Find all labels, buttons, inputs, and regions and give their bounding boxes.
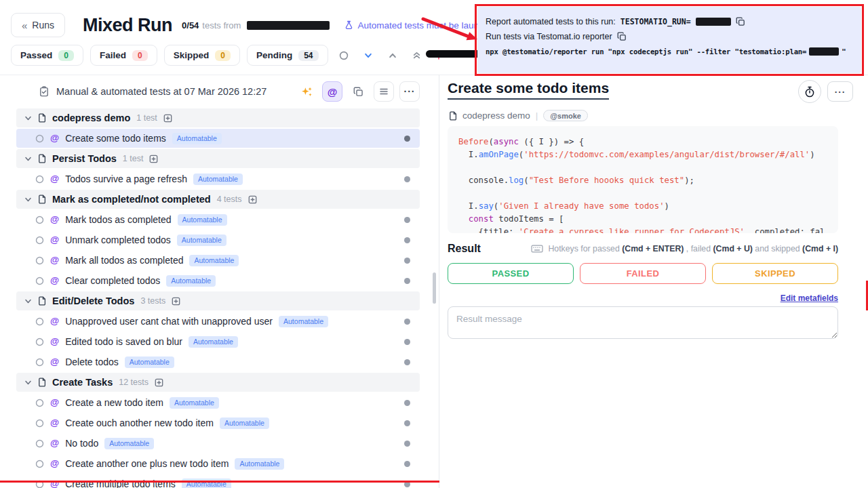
- circle-status-icon[interactable]: [335, 47, 353, 64]
- test-row[interactable]: @No todoAutomatable: [16, 434, 420, 453]
- code-line: I.amOnPage('https://todomvc.com/examples…: [458, 148, 827, 161]
- test-row[interactable]: @Create some todo itemsAutomatable: [16, 129, 420, 148]
- suite-row[interactable]: Create Tasks12 tests: [16, 373, 420, 392]
- test-title: Mark all todos as completed: [65, 255, 183, 266]
- metafields-row: Edit metafields: [448, 291, 838, 304]
- suite-test-count: 4 tests: [217, 195, 242, 204]
- automatable-badge: Automatable: [279, 316, 328, 327]
- status-circle-icon: [35, 256, 44, 265]
- result-message-input[interactable]: [448, 306, 838, 339]
- automated-test-icon: @: [50, 398, 59, 407]
- separator: |: [536, 110, 538, 121]
- copy-icon[interactable]: [617, 32, 627, 41]
- document-icon: [449, 111, 457, 121]
- automatable-badge: Automatable: [189, 336, 238, 348]
- status-dot-icon: [404, 176, 410, 182]
- test-tree: codepress demo1 test@Create some todo it…: [0, 108, 439, 488]
- test-row[interactable]: @Create another one plus new todo itemAu…: [16, 454, 420, 473]
- filter-chip-passed[interactable]: Passed0: [11, 45, 83, 66]
- double-chevron-up-icon[interactable]: [408, 47, 426, 64]
- copy-tests-icon[interactable]: [348, 81, 368, 102]
- status-dot-icon: [404, 136, 410, 142]
- result-skipped-button[interactable]: SKIPPED: [712, 263, 838, 284]
- status-dot-icon: [404, 278, 410, 284]
- result-heading: Result: [448, 243, 481, 255]
- result-passed-button[interactable]: PASSED: [448, 263, 574, 284]
- chevron-down-icon[interactable]: [24, 379, 32, 386]
- test-row[interactable]: @Clear completed todosAutomatable: [16, 271, 420, 290]
- test-title: Create another one plus new todo item: [65, 458, 229, 469]
- test-title: Mark todos as completed: [65, 214, 171, 225]
- test-row[interactable]: @Todos survive a page refreshAutomatable: [16, 169, 420, 188]
- edit-metafields-link[interactable]: Edit metafields: [781, 293, 838, 303]
- code-line: [458, 187, 827, 200]
- automatable-badge: Automatable: [235, 458, 284, 470]
- chevron-down-icon[interactable]: [359, 47, 377, 64]
- document-icon: [38, 378, 46, 387]
- add-test-icon[interactable]: [155, 378, 163, 387]
- suite-row[interactable]: Edit/Delete Todos3 tests: [16, 291, 420, 310]
- test-row[interactable]: @Mark todos as completedAutomatable: [16, 210, 420, 229]
- automatable-badge: Automatable: [178, 214, 227, 226]
- suite-row[interactable]: Mark as completed/not completed4 tests: [16, 190, 420, 209]
- chevron-down-icon[interactable]: [24, 196, 32, 203]
- status-dot-icon: [404, 258, 410, 264]
- chevron-down-icon[interactable]: [24, 155, 32, 163]
- status-circle-icon: [35, 216, 44, 224]
- ellipsis-icon: ···: [835, 87, 846, 97]
- automatable-badge: Automatable: [189, 255, 239, 266]
- automated-filter-button[interactable]: @: [322, 81, 342, 102]
- copy-icon[interactable]: [736, 17, 745, 26]
- result-failed-button[interactable]: FAILED: [580, 263, 706, 284]
- suite-name: Persist Todos: [52, 153, 117, 164]
- automated-test-icon: @: [50, 215, 59, 224]
- detail-more-button[interactable]: ···: [827, 81, 853, 102]
- filter-chip-pending[interactable]: Pending54: [247, 45, 328, 66]
- test-row[interactable]: @Mark all todos as completedAutomatable: [16, 251, 420, 270]
- detail-title[interactable]: Create some todo items: [448, 80, 609, 100]
- magic-sparkles-icon[interactable]: [296, 81, 317, 102]
- add-test-icon[interactable]: [163, 114, 172, 123]
- chevron-down-icon[interactable]: [24, 298, 32, 305]
- suite-breadcrumb[interactable]: codepress demo: [462, 110, 530, 121]
- status-circle-icon: [35, 317, 44, 326]
- more-options-button[interactable]: ···: [399, 81, 420, 102]
- status-circle-icon: [35, 236, 44, 245]
- code-line: [458, 161, 827, 174]
- app-window: « Runs Mixed Run 0/54 tests from Automat…: [0, 0, 868, 488]
- automated-launch-link[interactable]: Automated tests must be launched: [344, 20, 498, 30]
- suite-row[interactable]: Persist Todos1 test: [16, 149, 420, 168]
- automatable-badge: Automatable: [125, 357, 174, 368]
- redacted-source-name: [247, 21, 330, 30]
- suite-test-count: 3 tests: [140, 296, 165, 306]
- scrollbar-thumb[interactable]: [433, 272, 436, 304]
- back-icon: «: [22, 20, 27, 31]
- chevron-down-icon[interactable]: [24, 115, 32, 122]
- test-row[interactable]: @Delete todosAutomatable: [16, 352, 420, 371]
- status-dot-icon: [404, 461, 410, 467]
- at-icon: @: [328, 86, 338, 98]
- suite-row[interactable]: codepress demo1 test: [16, 108, 420, 127]
- menu-icon[interactable]: [374, 81, 394, 102]
- result-hotkeys: Hotkeys for passed (Cmd + ENTER) , faile…: [531, 244, 838, 253]
- status-dot-icon: [404, 420, 410, 426]
- status-dot-icon: [404, 319, 410, 325]
- filter-chip-skipped[interactable]: Skipped0: [164, 45, 240, 66]
- add-test-icon[interactable]: [149, 155, 158, 163]
- test-row[interactable]: @Unmark completed todosAutomatable: [16, 230, 420, 249]
- test-row[interactable]: @Create a new todo itemAutomatable: [16, 393, 420, 412]
- chevron-up-icon[interactable]: [384, 47, 401, 64]
- back-label: Runs: [32, 20, 54, 30]
- automatable-badge: Automatable: [104, 438, 154, 449]
- test-list-panel: Manual & automated tests at 07 Mar 2026 …: [0, 75, 439, 488]
- timer-icon[interactable]: [798, 80, 821, 103]
- tag-badge[interactable]: @smoke: [543, 110, 588, 121]
- add-test-icon[interactable]: [172, 297, 180, 306]
- back-to-runs-button[interactable]: « Runs: [11, 13, 65, 37]
- filter-chip-failed[interactable]: Failed0: [90, 45, 157, 66]
- test-row[interactable]: @Create ouch another new todo itemAutoma…: [16, 413, 420, 432]
- test-row[interactable]: @Edited todo is saved on blurAutomatable: [16, 332, 420, 351]
- add-test-icon[interactable]: [248, 195, 257, 204]
- flask-icon: [344, 20, 353, 30]
- test-row[interactable]: @Unapproved user cant chat with unapprov…: [16, 312, 420, 331]
